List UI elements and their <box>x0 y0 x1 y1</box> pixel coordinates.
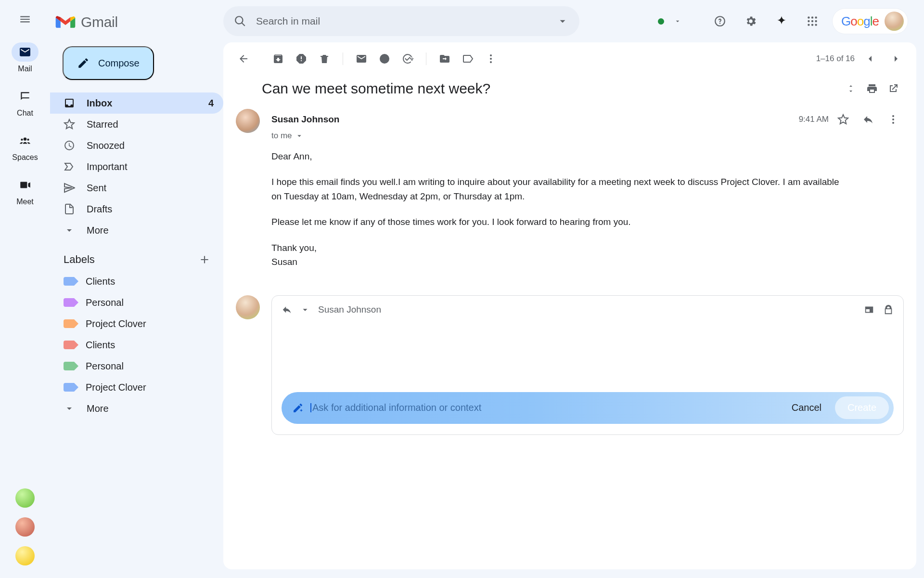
more-vert-icon <box>485 53 497 65</box>
chevron-down-icon <box>64 224 75 236</box>
gemini-button[interactable] <box>771 11 792 32</box>
popout-icon[interactable] <box>864 304 874 315</box>
print-button[interactable] <box>861 78 883 99</box>
spam-button[interactable] <box>291 48 312 69</box>
body-paragraph: Dear Ann, <box>271 149 849 163</box>
svg-point-5 <box>815 20 817 22</box>
star-button[interactable] <box>833 109 854 130</box>
folder-inbox[interactable]: Inbox 4 <box>50 92 223 114</box>
folder-starred[interactable]: Starred <box>50 114 223 135</box>
search-placeholder: Search in mail <box>256 15 320 27</box>
label-more[interactable]: More <box>50 398 223 419</box>
ai-cancel-button[interactable]: Cancel <box>792 402 821 413</box>
label-item[interactable]: Project Clover <box>50 313 223 334</box>
delete-button[interactable] <box>314 48 335 69</box>
svg-point-12 <box>892 115 894 117</box>
account-switcher[interactable]: Google <box>833 9 908 34</box>
open-new-icon <box>887 83 899 94</box>
main-menu-button[interactable] <box>12 6 38 33</box>
my-avatar[interactable] <box>236 295 260 319</box>
rail-item-spaces[interactable]: Spaces <box>8 131 42 162</box>
recipient-line[interactable]: to me <box>271 131 904 141</box>
ai-create-button[interactable]: Create <box>835 396 889 419</box>
popout-button[interactable] <box>883 78 904 99</box>
reply-icon[interactable] <box>282 304 292 315</box>
moveto-button[interactable] <box>434 48 455 69</box>
brand[interactable]: Gmail <box>50 9 223 36</box>
settings-button[interactable] <box>740 11 761 32</box>
caret-down-icon[interactable] <box>556 15 569 27</box>
reply-icon <box>862 114 874 125</box>
folder-important[interactable]: Important <box>50 156 223 177</box>
more-vert-icon <box>887 114 899 125</box>
more-button[interactable] <box>480 48 501 69</box>
expand-collapse-button[interactable] <box>840 78 861 99</box>
presence-stack <box>15 488 35 565</box>
sender-avatar[interactable] <box>236 109 260 133</box>
app-rail: Mail Chat Spaces Meet <box>0 0 50 578</box>
svg-point-1 <box>811 16 813 18</box>
label-item[interactable]: Clients <box>50 271 223 292</box>
rail-item-chat[interactable]: Chat <box>8 87 42 118</box>
folder-move-icon <box>439 53 450 65</box>
thread-subject: Can we meet sometime next week? <box>262 80 840 97</box>
compose-button[interactable]: Compose <box>63 46 154 80</box>
apps-button[interactable] <box>802 11 823 32</box>
caret-down-icon[interactable] <box>300 304 310 315</box>
label-color-icon <box>64 362 74 370</box>
svg-point-10 <box>490 58 492 60</box>
pager-next[interactable] <box>886 48 907 69</box>
caret-down-icon[interactable] <box>674 17 681 25</box>
recipient-text: to me <box>271 131 292 141</box>
folder-sent[interactable]: Sent <box>50 177 223 198</box>
label-text: More <box>87 403 109 414</box>
label-button[interactable] <box>457 48 478 69</box>
rail-label: Spaces <box>8 153 42 162</box>
folder-label: Snoozed <box>87 140 125 151</box>
presence-avatar[interactable] <box>15 488 35 508</box>
svg-point-11 <box>490 61 492 63</box>
brand-text: Gmail <box>81 14 118 30</box>
label-text: Clients <box>86 276 115 287</box>
video-icon <box>19 179 31 191</box>
pager-prev[interactable] <box>860 48 881 69</box>
print-icon <box>866 83 878 94</box>
svg-point-6 <box>808 24 809 26</box>
folder-list: Inbox 4 Starred Snoozed Important Sent <box>50 92 223 241</box>
reply-button[interactable] <box>858 109 879 130</box>
search-icon <box>234 15 246 27</box>
presence-avatar[interactable] <box>15 546 35 565</box>
plus-icon[interactable] <box>198 253 211 266</box>
chevron-right-icon <box>890 53 902 65</box>
label-item[interactable]: Personal <box>50 292 223 313</box>
star-icon <box>837 114 849 125</box>
trash-icon <box>319 53 330 65</box>
label-color-icon <box>64 277 74 286</box>
back-button[interactable] <box>233 48 254 69</box>
label-item[interactable]: Personal <box>50 355 223 377</box>
addtask-button[interactable] <box>397 48 418 69</box>
label-item[interactable]: Project Clover <box>50 377 223 398</box>
label-item[interactable]: Clients <box>50 334 223 355</box>
lock-icon[interactable] <box>883 304 894 315</box>
presence-avatar[interactable] <box>15 517 35 537</box>
help-button[interactable] <box>709 11 731 32</box>
archive-button[interactable] <box>268 48 289 69</box>
svg-point-3 <box>808 20 809 22</box>
folder-more[interactable]: More <box>50 220 223 241</box>
folder-label: Inbox <box>87 98 112 109</box>
unfold-icon <box>845 83 857 94</box>
label-text: Personal <box>86 361 124 372</box>
folder-drafts[interactable]: Drafts <box>50 198 223 220</box>
svg-point-8 <box>815 24 817 26</box>
folder-snoozed[interactable]: Snoozed <box>50 135 223 156</box>
rail-item-mail[interactable]: Mail <box>8 42 42 73</box>
message-more-button[interactable] <box>883 109 904 130</box>
snooze-button[interactable] <box>374 48 395 69</box>
status-dot-icon[interactable] <box>658 18 664 25</box>
unread-button[interactable] <box>351 48 372 69</box>
label-text: Project Clover <box>86 382 146 393</box>
search-box[interactable]: Search in mail <box>223 6 579 36</box>
rail-item-meet[interactable]: Meet <box>8 175 42 206</box>
ai-prompt-input[interactable]: Ask for additional information or contex… <box>312 402 783 413</box>
